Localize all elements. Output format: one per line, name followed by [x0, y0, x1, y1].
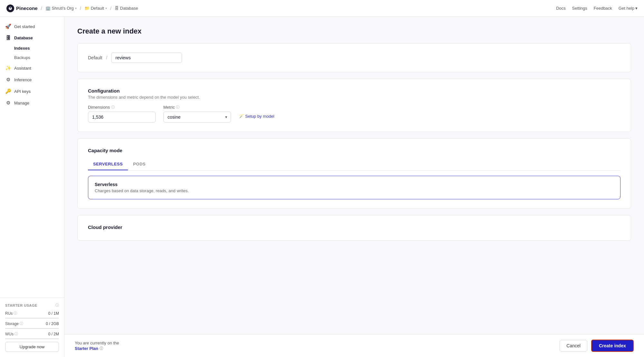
wus-label: WUs ⓘ [5, 332, 18, 336]
database-icon: 🗄 [5, 35, 11, 41]
cancel-button[interactable]: Cancel [560, 340, 587, 352]
capacity-mode-title: Capacity mode [88, 148, 620, 153]
dimensions-info-icon[interactable]: ⓘ [111, 105, 115, 110]
sidebar-item-inference-label: Inference [14, 77, 32, 82]
setup-model-icon: 🪄 [239, 114, 244, 119]
app-body: 🚀 Get started 🗄 Database Indexes Backups… [0, 17, 644, 357]
sidebar-item-manage-label: Manage [14, 101, 29, 105]
rus-info-icon[interactable]: ⓘ [14, 311, 17, 316]
configuration-section: Configuration The dimensions and metric … [77, 79, 631, 132]
metric-select-wrapper: cosine euclidean dotproduct [163, 112, 231, 123]
breadcrumb-sep-2: / [80, 6, 81, 11]
configuration-desc: The dimensions and metric depend on the … [88, 95, 620, 100]
pinecone-logo: Pinecone [6, 5, 38, 12]
sidebar-item-api-keys[interactable]: 🔑 API keys [0, 85, 64, 97]
index-name-section: Default / [77, 43, 631, 72]
sidebar-item-api-keys-label: API keys [14, 89, 31, 94]
metric-info-icon[interactable]: ⓘ [176, 105, 179, 110]
rus-label: RUs ⓘ [5, 311, 17, 316]
feedback-link[interactable]: Feedback [594, 6, 612, 11]
assistant-icon: ✨ [5, 65, 11, 71]
starter-usage-title: STARTER USAGE [5, 303, 37, 307]
breadcrumb-project-label: Default [91, 6, 104, 11]
index-name-input[interactable] [111, 53, 182, 63]
project-caret: ▾ [105, 6, 107, 10]
storage-value: 0 / 2GB [46, 322, 59, 326]
settings-link[interactable]: Settings [572, 6, 587, 11]
main-content: Create a new index Default / Configurati… [64, 17, 644, 357]
top-nav-left: Pinecone / 🏢 Shruti's Org ▾ / 📁 Default … [6, 5, 138, 12]
metric-label: Metric ⓘ [163, 105, 231, 110]
metric-field: Metric ⓘ cosine euclidean dotproduct [163, 105, 231, 123]
capacity-mode-section: Capacity mode SERVERLESS PODS Serverless… [77, 138, 631, 209]
metric-select[interactable]: cosine euclidean dotproduct [163, 112, 231, 123]
upgrade-button[interactable]: Upgrade now [5, 342, 59, 352]
rus-progress-bg [5, 318, 59, 319]
footer-bar: You are currently on the Starter Plan ⓘ … [64, 334, 644, 357]
get-help-button[interactable]: Get help ▾ [619, 6, 638, 11]
sidebar-item-get-started[interactable]: 🚀 Get started [0, 21, 64, 32]
sidebar-item-assistant-label: Assistant [14, 66, 31, 71]
dimensions-input[interactable] [88, 112, 156, 123]
starter-plan-link[interactable]: Starter Plan ⓘ [75, 346, 119, 351]
wus-value: 0 / 2M [48, 332, 59, 336]
cloud-provider-title: Cloud provider [88, 224, 620, 230]
config-row: Dimensions ⓘ Metric ⓘ cosine euclidean [88, 105, 620, 123]
slash: / [106, 55, 107, 60]
manage-icon: ⚙ [5, 100, 11, 106]
sidebar-subitem-backups[interactable]: Backups [0, 53, 64, 62]
docs-link[interactable]: Docs [556, 6, 566, 11]
footer-plan-text: You are currently on the [75, 341, 119, 345]
tab-serverless[interactable]: SERVERLESS [88, 158, 128, 170]
breadcrumb-sep-3: / [110, 6, 111, 11]
sidebar-item-assistant[interactable]: ✨ Assistant [0, 62, 64, 74]
usage-row-wus: WUs ⓘ 0 / 2M [5, 332, 59, 336]
svg-point-1 [10, 7, 11, 8]
configuration-title: Configuration [88, 88, 620, 94]
starter-usage-info-icon[interactable]: ⓘ [55, 303, 59, 308]
org-caret: ▾ [75, 6, 77, 10]
index-name-row: Default / [88, 53, 620, 63]
wus-info-icon[interactable]: ⓘ [14, 332, 18, 336]
dimensions-label: Dimensions ⓘ [88, 105, 156, 110]
dimensions-field: Dimensions ⓘ [88, 105, 156, 123]
inference-icon: ⚙ [5, 77, 11, 83]
serverless-card-desc: Charges based on data storage, reads, an… [95, 188, 614, 193]
setup-by-model-link[interactable]: 🪄 Setup by model [239, 114, 274, 119]
storage-label: Storage ⓘ [5, 321, 23, 326]
starter-plan-info-icon[interactable]: ⓘ [100, 346, 103, 351]
project-icon: 📁 [84, 6, 90, 11]
usage-row-storage: Storage ⓘ 0 / 2GB [5, 321, 59, 326]
wus-progress-bg [5, 338, 59, 339]
serverless-card-title: Serverless [95, 182, 614, 187]
breadcrumb-org[interactable]: 🏢 Shruti's Org ▾ [45, 6, 77, 11]
sidebar-item-database[interactable]: 🗄 Database [0, 32, 64, 44]
breadcrumb-sep-1: / [41, 6, 42, 11]
sidebar-subitem-indexes[interactable]: Indexes [0, 44, 64, 53]
breadcrumb-project[interactable]: 📁 Default ▾ [84, 6, 107, 11]
capacity-tabs: SERVERLESS PODS [88, 158, 620, 171]
sidebar-subitem-indexes-label: Indexes [14, 46, 30, 51]
breadcrumb-org-label: Shruti's Org [52, 6, 74, 11]
top-nav-right: Docs Settings Feedback Get help ▾ [556, 6, 638, 11]
storage-info-icon[interactable]: ⓘ [20, 321, 23, 326]
sidebar-item-get-started-label: Get started [14, 24, 35, 29]
sidebar-subitem-backups-label: Backups [14, 55, 30, 60]
footer-plan-info: You are currently on the Starter Plan ⓘ [75, 341, 119, 351]
create-index-button[interactable]: Create index [591, 340, 634, 352]
usage-row-rus: RUs ⓘ 0 / 1M [5, 311, 59, 316]
storage-progress-bg [5, 328, 59, 329]
sidebar-item-manage[interactable]: ⚙ Manage [0, 97, 64, 109]
starter-usage-header: STARTER USAGE ⓘ [5, 303, 59, 308]
sidebar-item-database-label: Database [14, 35, 33, 40]
sidebar-nav: 🚀 Get started 🗄 Database Indexes Backups… [0, 17, 64, 297]
footer-actions: Cancel Create index [560, 340, 634, 352]
page-title: Create a new index [77, 27, 631, 35]
db-icon: 🗄 [115, 6, 119, 11]
breadcrumb-db: 🗄 Database [115, 6, 138, 11]
get-help-caret-icon: ▾ [635, 6, 638, 11]
setup-model-label: Setup by model [245, 114, 274, 119]
sidebar-item-inference[interactable]: ⚙ Inference [0, 74, 64, 85]
tab-pods[interactable]: PODS [128, 158, 151, 170]
api-keys-icon: 🔑 [5, 88, 11, 94]
